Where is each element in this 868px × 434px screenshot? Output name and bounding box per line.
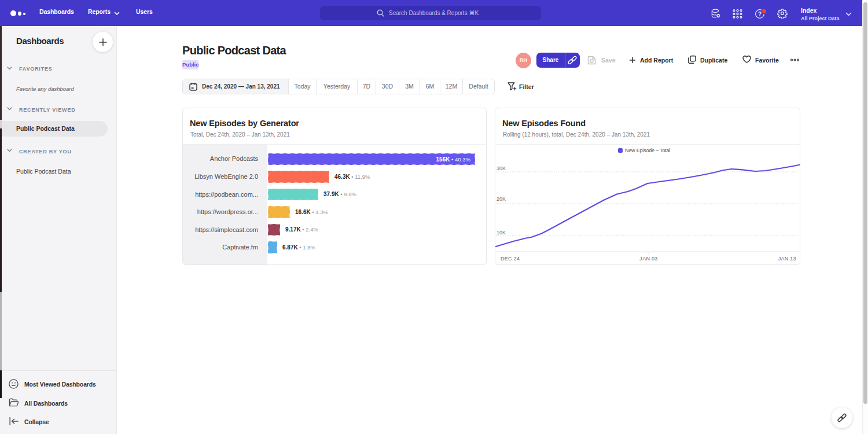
svg-text:?: ?	[758, 11, 762, 17]
